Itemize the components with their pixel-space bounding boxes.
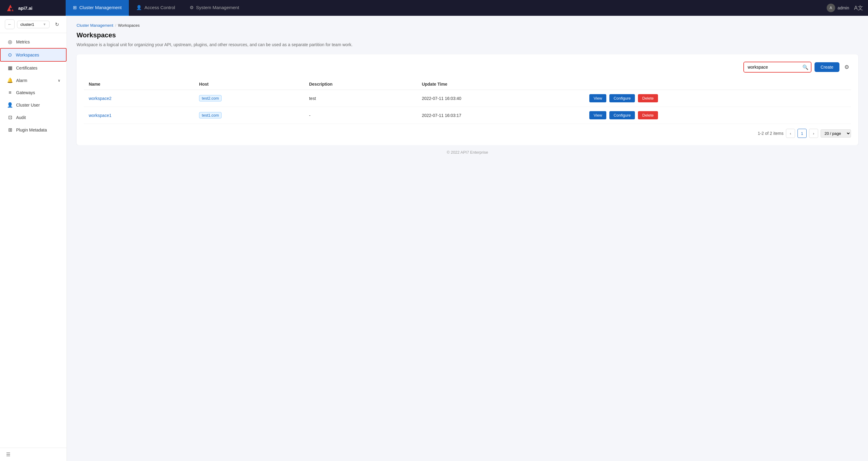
sidebar-item-certificates[interactable]: ▦ Certificates (0, 62, 67, 74)
workspaces-card: 🔍 Create ⚙ Name Host Description Update … (76, 54, 858, 145)
app-logo (5, 2, 16, 13)
breadcrumb: Cluster Management / Workspaces (76, 23, 858, 28)
configure-button-0[interactable]: Configure (609, 94, 635, 102)
sidebar-item-gateways[interactable]: ≡ Gateways (0, 87, 67, 99)
view-button-1[interactable]: View (589, 111, 606, 119)
search-button[interactable]: 🔍 (802, 64, 808, 70)
logo-text: api7.ai (18, 5, 33, 11)
sidebar-item-plugin-metadata[interactable]: ⊞ Plugin Metadata (0, 124, 67, 136)
table-row: workspace1 test1.com - 2022-07-11 16:03:… (84, 107, 851, 124)
cluster-user-icon: 👤 (7, 102, 13, 108)
sidebar-item-cluster-user[interactable]: 👤 Cluster User (0, 99, 67, 111)
sidebar-item-alarm[interactable]: 🔔 Alarm ∨ (0, 74, 67, 87)
system-management-icon: ⚙ (190, 5, 194, 10)
alarm-chevron-icon: ∨ (58, 78, 60, 83)
footer: © 2022 API7 Enterprise (76, 145, 858, 159)
prev-page-button[interactable]: ‹ (786, 129, 795, 138)
nav-right: A admin A文 (827, 4, 863, 12)
col-description: Description (304, 79, 417, 90)
page-1-button[interactable]: 1 (798, 129, 807, 138)
delete-button-0[interactable]: Delete (638, 94, 658, 102)
sidebar-nav: ◎ Metrics ⊙ Workspaces ▦ Certificates 🔔 … (0, 33, 67, 448)
access-control-icon: 👤 (136, 5, 142, 10)
alarm-icon: 🔔 (7, 77, 13, 83)
nav-tabs: ⊞ Cluster Management 👤 Access Control ⚙ … (66, 0, 827, 16)
page-size-select[interactable]: 20 / page 50 / page 100 / page (820, 129, 851, 138)
col-host: Host (194, 79, 304, 90)
sidebar: ← cluster1 ▼ ↻ ◎ Metrics ⊙ Workspaces ▦ … (0, 16, 67, 461)
logo-area: api7.ai (5, 2, 66, 13)
sidebar-item-metrics[interactable]: ◎ Metrics (0, 36, 67, 48)
cell-desc-1: - (304, 107, 417, 124)
collapse-icon: ☰ (6, 452, 10, 457)
configure-button-1[interactable]: Configure (609, 111, 635, 119)
cluster-selector[interactable]: cluster1 ▼ (17, 21, 50, 28)
next-page-button[interactable]: › (809, 129, 818, 138)
search-wrapper: 🔍 (743, 62, 811, 73)
search-input[interactable] (744, 62, 811, 72)
nav-tab-cluster-management[interactable]: ⊞ Cluster Management (66, 0, 129, 16)
cell-actions-1: View Configure Delete (584, 107, 851, 124)
workspace-name-link-0[interactable]: workspace2 (89, 96, 112, 101)
pagination-summary: 1-2 of 2 items (758, 131, 783, 136)
toolbar: 🔍 Create ⚙ (84, 62, 851, 73)
col-update-time: Update Time (417, 79, 584, 90)
host-badge-1: test1.com (199, 112, 222, 119)
refresh-button[interactable]: ↻ (52, 20, 62, 29)
settings-icon[interactable]: ⚙ (842, 62, 851, 72)
main-content: Cluster Management / Workspaces Workspac… (67, 16, 868, 461)
view-button-0[interactable]: View (589, 94, 606, 102)
certificates-icon: ▦ (7, 65, 13, 71)
audit-icon: ⊡ (7, 114, 13, 120)
cluster-dropdown-icon: ▼ (43, 23, 46, 26)
nav-tab-access-control[interactable]: 👤 Access Control (129, 0, 182, 16)
nav-tab-system-management[interactable]: ⚙ System Management (182, 0, 246, 16)
language-switcher[interactable]: A文 (854, 4, 863, 11)
workspace-name-link-1[interactable]: workspace1 (89, 113, 112, 118)
sidebar-collapse-button[interactable]: ☰ (0, 448, 67, 461)
page-title: Workspaces (76, 31, 858, 39)
create-button[interactable]: Create (814, 62, 839, 72)
table-row: workspace2 test2.com test 2022-07-11 16:… (84, 90, 851, 107)
avatar: A (827, 4, 835, 12)
cell-host-0: test2.com (194, 90, 304, 107)
col-name: Name (84, 79, 194, 90)
col-actions (584, 79, 851, 90)
sidebar-item-workspaces[interactable]: ⊙ Workspaces (0, 48, 67, 62)
cell-name-0: workspace2 (84, 90, 194, 107)
breadcrumb-separator: / (115, 23, 116, 28)
top-navigation: api7.ai ⊞ Cluster Management 👤 Access Co… (0, 0, 868, 16)
page-description: Workspace is a logical unit for organizi… (76, 42, 858, 47)
cell-actions-0: View Configure Delete (584, 90, 851, 107)
main-layout: ← cluster1 ▼ ↻ ◎ Metrics ⊙ Workspaces ▦ … (0, 16, 868, 461)
delete-button-1[interactable]: Delete (638, 111, 658, 119)
cell-time-1: 2022-07-11 16:03:17 (417, 107, 584, 124)
gateways-icon: ≡ (7, 90, 13, 95)
pagination: 1-2 of 2 items ‹ 1 › 20 / page 50 / page… (84, 129, 851, 138)
sidebar-header: ← cluster1 ▼ ↻ (0, 16, 67, 33)
workspaces-table: Name Host Description Update Time worksp… (84, 79, 851, 124)
metrics-icon: ◎ (7, 39, 13, 45)
plugin-metadata-icon: ⊞ (7, 127, 13, 133)
workspaces-icon: ⊙ (7, 52, 13, 58)
cell-name-1: workspace1 (84, 107, 194, 124)
table-header: Name Host Description Update Time (84, 79, 851, 90)
admin-menu[interactable]: A admin (827, 4, 849, 12)
table-body: workspace2 test2.com test 2022-07-11 16:… (84, 90, 851, 124)
sidebar-item-audit[interactable]: ⊡ Audit (0, 111, 67, 124)
back-button[interactable]: ← (5, 20, 14, 29)
cell-desc-0: test (304, 90, 417, 107)
host-badge-0: test2.com (199, 95, 222, 101)
cell-time-0: 2022-07-11 16:03:40 (417, 90, 584, 107)
cluster-management-icon: ⊞ (73, 5, 77, 10)
cell-host-1: test1.com (194, 107, 304, 124)
